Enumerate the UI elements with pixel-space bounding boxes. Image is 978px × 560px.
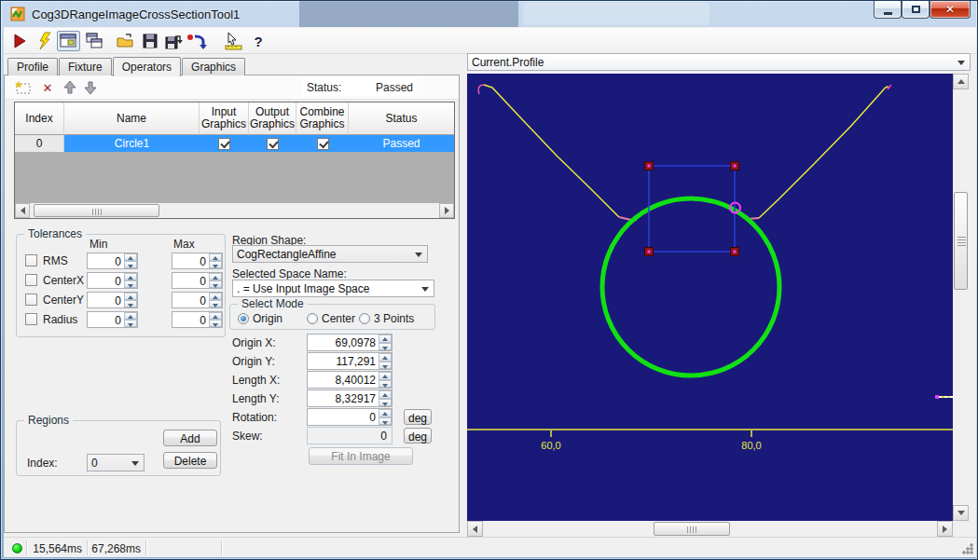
scroll-down-button[interactable] <box>953 505 969 521</box>
rms-max-field[interactable]: 0 <box>172 253 223 269</box>
centerx-checkbox[interactable] <box>25 274 37 286</box>
length-x-field[interactable]: 8,40012 <box>307 371 393 389</box>
centery-checkbox[interactable] <box>25 294 37 306</box>
minimize-button[interactable] <box>874 1 902 19</box>
centery-min-field[interactable]: 0 <box>87 292 138 308</box>
length-y-field[interactable]: 8,32917 <box>307 389 393 407</box>
resize-grip[interactable] <box>961 542 973 554</box>
rotation-field[interactable]: 0 <box>307 408 393 426</box>
spinner[interactable] <box>124 312 137 327</box>
radius-min-field[interactable]: 0 <box>87 311 138 328</box>
save-button[interactable] <box>140 31 160 51</box>
titlebar-glass-patch-light <box>523 3 709 25</box>
skew-field: 0 <box>307 427 393 444</box>
spinner[interactable] <box>209 253 222 268</box>
total-time: 67,268ms <box>90 542 141 555</box>
tab-fixture[interactable]: Fixture <box>59 58 112 75</box>
scroll-right-button[interactable] <box>439 203 454 218</box>
grid-cell-status[interactable]: Passed <box>349 135 454 152</box>
output-graphics-checkbox[interactable] <box>267 138 279 150</box>
thumb-grip <box>687 526 696 533</box>
grid-cell-output-graphics[interactable] <box>249 135 296 152</box>
spinner[interactable] <box>209 293 222 307</box>
column-header-status[interactable]: Status <box>349 102 454 135</box>
radio-3points[interactable] <box>359 313 370 324</box>
spinner[interactable] <box>379 353 392 369</box>
scroll-thumb[interactable] <box>654 522 730 536</box>
column-header-combine-graphics[interactable]: CombineGraphics <box>296 102 349 135</box>
tab-profile[interactable]: Profile <box>7 58 58 75</box>
delete-region-button[interactable]: Delete <box>163 452 217 469</box>
rotation-deg-button[interactable]: deg <box>404 409 432 425</box>
column-header-index[interactable]: Index <box>15 102 64 135</box>
reset-button[interactable] <box>186 31 207 51</box>
help-button[interactable]: ? <box>248 31 269 51</box>
origin-y-field[interactable]: 117,291 <box>307 352 393 370</box>
rms-min-field[interactable]: 0 <box>87 253 138 269</box>
skew-label: Skew: <box>232 430 263 443</box>
spinner[interactable] <box>379 372 392 388</box>
origin-x-field[interactable]: 69,0978 <box>307 334 393 351</box>
spinner[interactable] <box>379 335 392 350</box>
scroll-right-button[interactable] <box>937 521 953 537</box>
scroll-up-button[interactable] <box>953 74 969 89</box>
spinner[interactable] <box>209 273 222 288</box>
spinner[interactable] <box>124 293 137 307</box>
move-down-icon <box>83 80 98 95</box>
tab-operators[interactable]: Operators <box>113 57 181 76</box>
float-window-button[interactable] <box>84 31 104 51</box>
radio-origin[interactable] <box>238 313 249 324</box>
maximize-button[interactable] <box>902 1 930 19</box>
scroll-left-button[interactable] <box>467 521 483 537</box>
spinner[interactable] <box>379 409 392 425</box>
fit-in-image-button[interactable]: Fit In Image <box>309 447 413 465</box>
display-source-select[interactable]: Current.Profile <box>467 53 971 71</box>
tab-graphics[interactable]: Graphics <box>182 58 245 75</box>
profile-display[interactable]: 60,0 80,0 <box>467 74 953 521</box>
save-as-button[interactable] <box>163 31 184 51</box>
combine-graphics-checkbox[interactable] <box>317 138 329 150</box>
column-header-input-graphics[interactable]: InputGraphics <box>200 102 249 135</box>
spinner[interactable] <box>209 312 222 327</box>
run-continuous-button[interactable] <box>35 31 56 51</box>
scroll-left-button[interactable] <box>15 203 30 218</box>
radius-checkbox[interactable] <box>25 313 37 325</box>
centery-max-field[interactable]: 0 <box>172 292 223 308</box>
add-operator-button[interactable] <box>14 79 33 96</box>
spinner[interactable] <box>379 390 392 406</box>
delete-operator-button[interactable]: ✕ <box>38 79 57 96</box>
move-up-button[interactable] <box>61 79 79 96</box>
show-image-window-button[interactable] <box>57 31 80 51</box>
move-down-button[interactable] <box>81 79 100 96</box>
radio-center[interactable] <box>307 313 318 324</box>
spinner[interactable] <box>124 253 137 268</box>
region-index-select[interactable]: 0 <box>87 454 145 471</box>
skew-deg-button[interactable]: deg <box>404 428 432 444</box>
grid-cell-name[interactable]: Circle1 <box>64 135 200 152</box>
scroll-thumb[interactable] <box>954 192 968 290</box>
open-file-button[interactable] <box>115 31 135 51</box>
scroll-thumb[interactable] <box>34 204 159 217</box>
x-axis-tick-label: 80,0 <box>741 440 761 451</box>
centerx-min-field[interactable]: 0 <box>87 272 138 289</box>
space-name-select[interactable]: . = Use Input Image Space <box>232 280 434 297</box>
close-button[interactable]: ✕ <box>930 1 971 19</box>
grid-cell-combine-graphics[interactable] <box>296 135 349 152</box>
pointer-tools-button[interactable] <box>224 31 244 51</box>
radius-max-field[interactable]: 0 <box>172 311 223 328</box>
spinner[interactable] <box>124 273 137 288</box>
grid-cell-input-graphics[interactable] <box>200 135 249 152</box>
run-button[interactable] <box>9 31 30 51</box>
column-header-name[interactable]: Name <box>64 102 200 135</box>
centerx-max-field[interactable]: 0 <box>172 272 223 289</box>
column-header-output-graphics[interactable]: OutputGraphics <box>249 102 296 135</box>
display-horizontal-scrollbar[interactable] <box>467 521 953 537</box>
grid-horizontal-scrollbar[interactable] <box>15 203 454 218</box>
add-region-button[interactable]: Add <box>163 430 217 446</box>
input-graphics-checkbox[interactable] <box>218 138 230 150</box>
maximize-icon <box>912 6 920 13</box>
grid-cell-index[interactable]: 0 <box>15 135 64 152</box>
region-shape-select[interactable]: CogRectangleAffine <box>232 245 428 263</box>
display-vertical-scrollbar[interactable] <box>953 74 969 521</box>
rms-checkbox[interactable] <box>25 254 37 266</box>
